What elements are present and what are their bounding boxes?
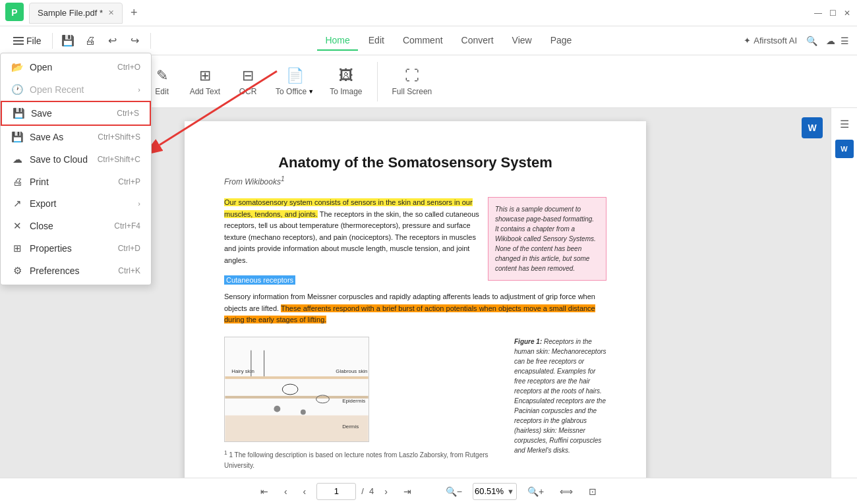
zoom-input[interactable] bbox=[473, 486, 505, 496]
page-total: / bbox=[361, 486, 364, 496]
export-label: Export bbox=[30, 198, 131, 209]
nav-home[interactable]: Home bbox=[317, 31, 357, 51]
ribbon-full-screen[interactable]: ⛶ Full Screen bbox=[386, 59, 439, 104]
zoom-out-button[interactable]: 🔍− bbox=[440, 484, 467, 499]
file-menu-button[interactable]: File bbox=[8, 33, 47, 49]
ribbon-add-text[interactable]: ⊞ Add Text bbox=[183, 59, 227, 104]
tab-close-button[interactable]: ✕ bbox=[108, 9, 114, 17]
fit-width-button[interactable]: ⟺ bbox=[554, 484, 578, 499]
undo-button[interactable]: ↩ bbox=[103, 31, 123, 51]
add-text-icon: ⊞ bbox=[199, 67, 211, 84]
go-to-first-button[interactable]: ⇤ bbox=[255, 484, 274, 499]
maximize-button[interactable]: ☐ bbox=[828, 9, 837, 18]
tab-title: Sample File.pdf * bbox=[38, 8, 103, 18]
svg-rect-2 bbox=[225, 376, 368, 379]
save-icon: 💾 bbox=[13, 107, 24, 119]
bottombar: ⇤ ‹ ‹ / 4 › ⇥ 🔍− ▼ 🔍+ ⟺ ⊡ bbox=[0, 478, 857, 504]
settings-panel-button[interactable]: ☰ bbox=[841, 36, 849, 46]
to-image-icon: 🖼 bbox=[339, 67, 353, 84]
svg-text:Glabrous skin: Glabrous skin bbox=[336, 368, 367, 374]
cloud-button[interactable]: ☁ bbox=[826, 36, 835, 46]
print-shortcut: Ctrl+P bbox=[118, 177, 140, 186]
to-office-icon: 📄 bbox=[286, 67, 304, 84]
menu-item-preferences[interactable]: ⚙ Preferences Ctrl+K bbox=[1, 260, 151, 282]
go-to-last-button[interactable]: ⇥ bbox=[398, 484, 417, 499]
nav-items: Home Edit Comment Convert View Page bbox=[317, 31, 579, 51]
sidebar-word-button[interactable]: W bbox=[835, 140, 854, 158]
minimize-button[interactable]: — bbox=[813, 9, 823, 18]
full-screen-label: Full Screen bbox=[392, 87, 432, 96]
ribbon-ocr[interactable]: ⊟ OCR bbox=[229, 59, 266, 104]
zoom-in-button[interactable]: 🔍+ bbox=[522, 484, 549, 499]
menu-item-export[interactable]: ↗ Export › bbox=[1, 192, 151, 215]
menu-item-close[interactable]: ✕ Close Ctrl+F4 bbox=[1, 215, 151, 237]
next-page-button[interactable]: › bbox=[379, 484, 393, 499]
menu-item-open[interactable]: 📂 Open Ctrl+O bbox=[1, 56, 151, 78]
word-icon-float[interactable]: W bbox=[802, 117, 823, 138]
pdf-body: This is a sample document to showcase pa… bbox=[224, 197, 606, 471]
save-toolbar-button[interactable]: 💾 bbox=[58, 31, 78, 51]
ai-button[interactable]: ✦ Afirstsoft AI bbox=[744, 36, 797, 45]
svg-point-13 bbox=[274, 406, 280, 412]
properties-label: Properties bbox=[30, 243, 111, 254]
nav-comment[interactable]: Comment bbox=[395, 31, 451, 51]
ocr-icon: ⊟ bbox=[242, 67, 254, 84]
print-toolbar-button[interactable]: 🖨 bbox=[80, 31, 100, 51]
prev-page-button[interactable]: ‹ bbox=[279, 484, 293, 499]
page-input[interactable] bbox=[316, 483, 356, 500]
hamburger-icon bbox=[13, 37, 24, 45]
menu-item-save-to-cloud[interactable]: ☁ Save to Cloud Ctrl+Shift+C bbox=[1, 148, 151, 171]
properties-shortcut: Ctrl+D bbox=[118, 244, 140, 253]
full-screen-icon: ⛶ bbox=[405, 67, 419, 84]
footnote-text: 1 1 The following description is based o… bbox=[224, 449, 504, 471]
figure-caption-label: Figure 1: bbox=[514, 338, 542, 345]
section-header-highlighted: Cutaneous receptors bbox=[224, 275, 295, 285]
menu-item-save-as[interactable]: 💾 Save As Ctrl+Shift+S bbox=[1, 126, 151, 148]
total-pages: 4 bbox=[369, 486, 374, 496]
open-shortcut: Ctrl+O bbox=[117, 63, 140, 72]
preferences-label: Preferences bbox=[30, 266, 111, 276]
preferences-shortcut: Ctrl+K bbox=[118, 266, 140, 275]
nav-view[interactable]: View bbox=[504, 31, 540, 51]
svg-point-11 bbox=[282, 384, 298, 395]
close-shortcut: Ctrl+F4 bbox=[114, 221, 140, 231]
zoom-control: ▼ bbox=[473, 483, 517, 500]
menu-item-properties[interactable]: ⊞ Properties Ctrl+D bbox=[1, 237, 151, 260]
figure-caption: Figure 1: Receptors in the human skin: M… bbox=[514, 337, 606, 471]
save-cloud-shortcut: Ctrl+Shift+C bbox=[98, 155, 140, 164]
add-text-label: Add Text bbox=[190, 87, 220, 96]
back-page-button[interactable]: ‹ bbox=[298, 484, 312, 499]
menu-item-print[interactable]: 🖨 Print Ctrl+P bbox=[1, 171, 151, 192]
tab-sample-file[interactable]: Sample File.pdf * ✕ bbox=[29, 3, 123, 24]
nav-page[interactable]: Page bbox=[543, 31, 580, 51]
ribbon-to-office[interactable]: 📄 To Office ▼ bbox=[269, 59, 320, 104]
divider-1 bbox=[52, 33, 53, 49]
sidebar-panel-button[interactable]: ☰ bbox=[834, 113, 855, 134]
nav-edit[interactable]: Edit bbox=[361, 31, 392, 51]
open-icon: 📂 bbox=[11, 61, 23, 73]
figure-caption-text: Receptors in the human skin: Mechanorece… bbox=[514, 338, 606, 454]
fit-page-button[interactable]: ⊡ bbox=[583, 484, 602, 499]
menubar-right: ✦ Afirstsoft AI 🔍 ☁ ☰ bbox=[744, 32, 849, 50]
menu-item-save[interactable]: 💾 Save Ctrl+S bbox=[1, 101, 151, 126]
close-icon: ✕ bbox=[11, 220, 23, 232]
body-paragraph: Sensory information from Meissner corpus… bbox=[224, 291, 606, 326]
ai-star-icon: ✦ bbox=[744, 36, 751, 45]
export-icon: ↗ bbox=[11, 198, 23, 210]
redo-button[interactable]: ↪ bbox=[125, 31, 145, 51]
callout-box: This is a sample document to showcase pa… bbox=[488, 197, 606, 281]
ocr-label: OCR bbox=[239, 87, 257, 96]
export-arrow: › bbox=[138, 200, 140, 208]
zoom-dropdown-arrow[interactable]: ▼ bbox=[505, 488, 516, 495]
figure-diagram: Glabrous skin Hairy skin Epidermis Dermi… bbox=[224, 337, 504, 471]
titlebar: P Sample File.pdf * ✕ + — ☐ ✕ bbox=[0, 0, 857, 26]
right-sidebar: ☰ W bbox=[831, 108, 857, 478]
new-tab-button[interactable]: + bbox=[131, 6, 138, 20]
menu-item-open-recent: 🕐 Open Recent › bbox=[1, 78, 151, 101]
menubar: File 💾 🖨 ↩ ↪ Home Edit Comment Convert V… bbox=[0, 26, 857, 55]
nav-convert[interactable]: Convert bbox=[454, 31, 502, 51]
ribbon-to-image[interactable]: 🖼 To Image bbox=[323, 59, 369, 104]
close-window-button[interactable]: ✕ bbox=[842, 9, 852, 18]
search-button[interactable]: 🔍 bbox=[802, 32, 821, 50]
print-label: Print bbox=[30, 177, 111, 187]
